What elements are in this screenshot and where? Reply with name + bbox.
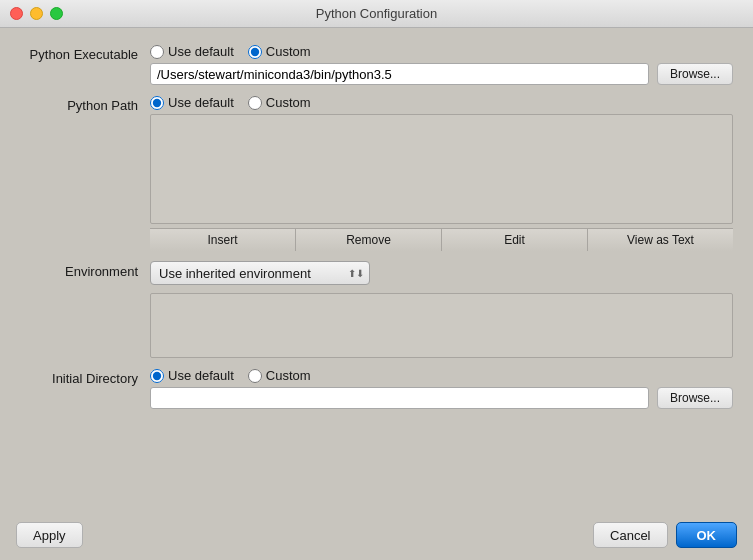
initial-directory-radio-group: Use default Custom [150,368,733,383]
python-path-row: Python Path Use default Custom Insert Re… [20,95,733,251]
minimize-button[interactable] [30,7,43,20]
environment-select-wrapper: Use inherited environment Custom environ… [150,261,370,285]
initial-directory-default-label: Use default [168,368,234,383]
initial-directory-default-radio[interactable] [150,369,164,383]
initial-directory-custom-radio[interactable] [248,369,262,383]
window-title: Python Configuration [316,6,437,21]
python-executable-default-label: Use default [168,44,234,59]
python-path-custom-radio[interactable] [248,96,262,110]
python-executable-use-default-option[interactable]: Use default [150,44,234,59]
initial-directory-row: Initial Directory Use default Custom Bro… [20,368,733,409]
environment-list [150,293,733,358]
environment-select[interactable]: Use inherited environment Custom environ… [150,261,370,285]
python-executable-custom-radio[interactable] [248,45,262,59]
python-path-toolbar: Insert Remove Edit View as Text [150,228,733,251]
python-path-view-as-text-button[interactable]: View as Text [588,229,733,251]
window-controls [10,7,63,20]
initial-directory-content: Use default Custom Browse... [150,368,733,409]
python-path-use-default-option[interactable]: Use default [150,95,234,110]
environment-row: Environment Use inherited environment Cu… [20,261,733,358]
initial-directory-browse-button[interactable]: Browse... [657,387,733,409]
initial-directory-custom-option[interactable]: Custom [248,368,311,383]
python-executable-browse-button[interactable]: Browse... [657,63,733,85]
python-path-default-radio[interactable] [150,96,164,110]
python-path-content: Use default Custom Insert Remove Edit Vi… [150,95,733,251]
python-path-custom-option[interactable]: Custom [248,95,311,110]
python-executable-custom-option[interactable]: Custom [248,44,311,59]
python-executable-path-input[interactable] [150,63,649,85]
python-executable-radio-group: Use default Custom [150,44,733,59]
python-path-list [150,114,733,224]
environment-content: Use inherited environment Custom environ… [150,261,733,358]
python-executable-row: Python Executable Use default Custom Bro… [20,44,733,85]
maximize-button[interactable] [50,7,63,20]
environment-select-row: Use inherited environment Custom environ… [150,261,733,285]
close-button[interactable] [10,7,23,20]
python-path-remove-button[interactable]: Remove [296,229,442,251]
python-executable-label: Python Executable [20,44,150,62]
python-path-edit-button[interactable]: Edit [442,229,588,251]
bottom-buttons-bar: Apply Cancel OK [0,522,753,560]
initial-directory-label: Initial Directory [20,368,150,386]
python-executable-custom-label: Custom [266,44,311,59]
python-path-default-label: Use default [168,95,234,110]
initial-directory-input-row: Browse... [150,387,733,409]
python-executable-default-radio[interactable] [150,45,164,59]
environment-label: Environment [20,261,150,279]
bottom-right-buttons: Cancel OK [593,522,737,548]
apply-button[interactable]: Apply [16,522,83,548]
title-bar: Python Configuration [0,0,753,28]
cancel-button[interactable]: Cancel [593,522,667,548]
python-executable-content: Use default Custom Browse... [150,44,733,85]
initial-directory-use-default-option[interactable]: Use default [150,368,234,383]
initial-directory-path-input[interactable] [150,387,649,409]
bottom-left-buttons: Apply [16,522,83,548]
python-path-insert-button[interactable]: Insert [150,229,296,251]
initial-directory-custom-label: Custom [266,368,311,383]
ok-button[interactable]: OK [676,522,738,548]
dialog-body: Python Executable Use default Custom Bro… [0,28,753,512]
python-executable-input-row: Browse... [150,63,733,85]
python-path-label: Python Path [20,95,150,113]
python-path-radio-group: Use default Custom [150,95,733,110]
python-path-custom-label: Custom [266,95,311,110]
